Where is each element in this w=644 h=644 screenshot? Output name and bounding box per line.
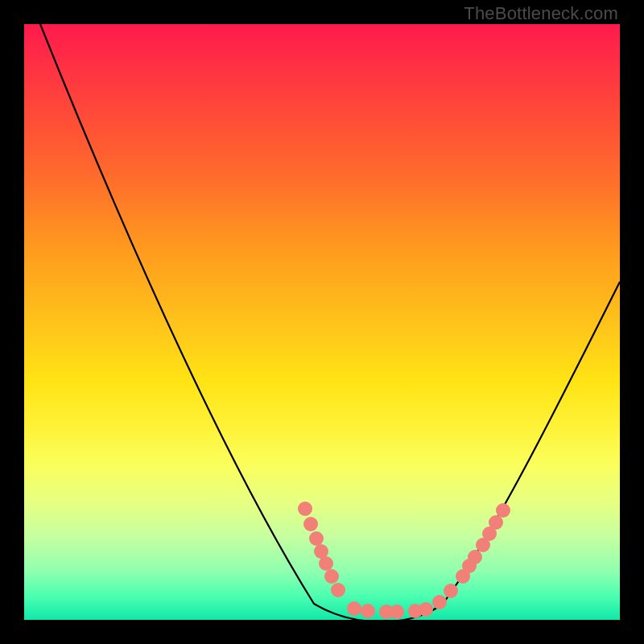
highlight-dot — [419, 602, 433, 617]
highlight-dot — [303, 517, 318, 531]
curve-group — [40, 24, 620, 622]
highlight-dot — [309, 531, 324, 546]
highlight-dot — [361, 604, 375, 618]
highlight-dot — [489, 515, 503, 530]
highlight-dot — [444, 584, 458, 598]
highlight-dot — [331, 583, 345, 597]
highlight-dot — [324, 569, 339, 584]
highlight-dot — [347, 601, 361, 616]
highlight-dot — [496, 503, 510, 518]
highlight-dots — [298, 502, 510, 619]
plot-area — [24, 24, 620, 620]
highlight-dot — [298, 502, 312, 516]
chart-svg — [24, 24, 620, 620]
highlight-dot — [432, 595, 447, 609]
highlight-dot — [390, 605, 404, 619]
chart-frame: TheBottleneck.com — [0, 0, 644, 644]
watermark-text: TheBottleneck.com — [464, 3, 618, 24]
highlight-dot — [468, 550, 482, 564]
bottleneck-curve — [40, 24, 620, 622]
highlight-dot — [319, 556, 333, 571]
